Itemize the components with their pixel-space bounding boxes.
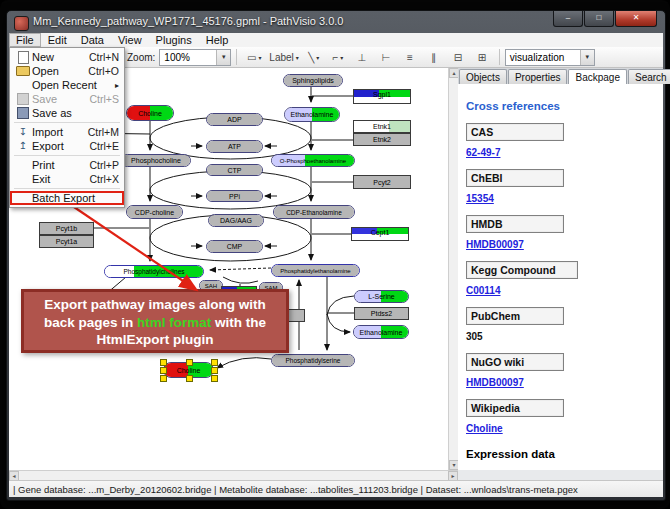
tab-backpage[interactable]: Backpage [568,69,626,85]
open-icon [16,66,30,76]
file-menu-item-open-recent[interactable]: Open Recent▸ [10,78,124,92]
titlebar[interactable]: Mm_Kennedy_pathway_WP1771_45176.gpml - P… [7,11,665,33]
zoom-combobox[interactable]: 100% ▾ [159,49,231,66]
pathway-node-o-phosphoethanolamine[interactable]: O-Phosphoethanolamine [271,154,355,167]
selection-handle[interactable] [160,359,167,366]
file-menu-item-open[interactable]: OpenCtrl+O [10,64,124,78]
xref-link[interactable]: 62-49-7 [466,147,655,158]
pathway-node-adp[interactable]: ADP [206,113,263,126]
selection-handle[interactable] [186,359,193,366]
pathway-node-ppi[interactable]: PPi [206,190,263,202]
menu-separator [14,155,120,156]
xref-link[interactable]: HMDB00097 [466,239,655,250]
pathway-node-ethanolamine[interactable]: Ethanolamine [284,107,340,122]
open-icon [14,66,32,76]
graphics-style-dropdown[interactable]: ▭▾ [242,48,266,67]
gene-node-etnk2[interactable]: Etnk2 [353,133,411,146]
menubar-item-plugins[interactable]: Plugins [149,33,199,47]
file-menu-item-new[interactable]: NewCtrl+N [10,50,124,64]
line-tool-dropdown[interactable]: ╲▾ [302,48,326,67]
common-width-button[interactable]: ⊟ [446,48,470,67]
file-menu-item-save[interactable]: SaveCtrl+S [10,92,124,106]
menubar-item-file[interactable]: File [9,33,41,47]
pathway-node-dag-aag[interactable]: DAG/AAG [208,214,264,227]
app-window: Mm_Kennedy_pathway_WP1771_45176.gpml - P… [6,10,666,501]
file-menu-item-batch-export[interactable]: Batch Export [10,191,124,205]
xref-link[interactable]: Choline [466,423,655,434]
tab-search[interactable]: Search [628,69,670,84]
gene-node-ptdss2[interactable]: Ptdss2 [354,307,409,320]
distribute-horizontal-button[interactable]: ≡ [398,48,422,67]
backpage-section-wikipedia: WikipediaCholine [466,399,655,434]
selection-handle[interactable] [160,375,167,382]
selection-handle[interactable] [211,359,218,366]
gene-node-etnk1[interactable]: Etnk1 [353,120,411,133]
pathway-node-cmp[interactable]: CMP [206,240,263,253]
pathway-node-ethanolamine[interactable]: Ethanolamine [353,325,409,339]
selection-handle[interactable] [186,375,193,382]
pathway-node-atp[interactable]: ATP [206,140,263,153]
import-icon: ↧ [19,127,27,137]
pathway-node-cdp-choline[interactable]: CDP-choline [126,205,183,219]
common-height-button-icon: ⊞ [478,52,486,63]
chevron-down-icon: ▾ [340,54,343,61]
label-dropdown[interactable]: Label▾ [266,48,301,67]
chevron-down-icon[interactable]: ▾ [216,50,230,65]
visualization-combobox[interactable]: visualization ▾ [505,49,595,66]
export-icon: ↥ [14,141,32,151]
file-menu-item-save-as[interactable]: Save as [10,106,124,120]
connector-tool-dropdown[interactable]: ⌐▾ [326,48,350,67]
gene-node-unlabeled[interactable] [288,309,305,322]
distribute-vertical-button[interactable]: ∥ [422,48,446,67]
minimize-button[interactable]: – [553,11,583,27]
file-menu-item-print[interactable]: PrintCtrl+P [10,158,124,172]
file-menu-item-import[interactable]: ↧ImportCtrl+M [10,125,124,139]
gene-node-cept1[interactable]: Cept1 [351,227,409,241]
sidebar-panel: ObjectsPropertiesBackpageSearchLegend Cr… [458,68,663,470]
menubar-item-edit[interactable]: Edit [41,33,74,47]
maximize-button[interactable]: □ [584,11,614,27]
file-menu-item-exit[interactable]: ExitCtrl+X [10,172,124,186]
pathway-node-cdp-ethanolamine[interactable]: CDP-Ethanolamine [273,205,355,219]
xref-link[interactable]: 15354 [466,193,655,204]
sidebar-tabs: ObjectsPropertiesBackpageSearchLegend [458,68,663,85]
selection-handle[interactable] [211,367,218,374]
expression-data-heading: Expression data [466,448,655,460]
canvas-vscrollbar[interactable]: ▴ ▾ [448,68,458,470]
selection-handle[interactable] [211,375,218,382]
align-middle-button[interactable]: ⊢ [374,48,398,67]
common-height-button[interactable]: ⊞ [470,48,494,67]
node-fill-row [289,310,304,321]
tab-objects[interactable]: Objects [459,69,507,84]
canvas-hscrollbar[interactable]: ◂ ▸ [9,470,458,480]
xref-link[interactable]: HMDB00097 [466,377,655,388]
align-center-button[interactable]: ⊥ [350,48,374,67]
pathway-node-phosphatidylethanolamine[interactable]: Phosphatidylethanolamine [271,264,360,277]
chevron-down-icon[interactable]: ▾ [580,50,594,65]
file-menu-item-export[interactable]: ↥ExportCtrl+E [10,139,124,153]
node-label: Sphingolipids [284,75,342,86]
gene-node-sgpl1[interactable]: Sgpl1 [353,89,411,104]
selection-handle[interactable] [160,367,167,374]
gene-node-pcyt2[interactable]: Pcyt2 [353,175,411,189]
pathway-node-l-serine[interactable]: L-Serine [354,290,409,303]
pathway-node-phosphocholine[interactable]: Phosphocholine [121,154,191,167]
gene-node-pcyt1b[interactable]: Pcyt1b [39,222,94,235]
save-icon [17,93,29,105]
tab-properties[interactable]: Properties [508,69,568,84]
pathway-node-ctp[interactable]: CTP [206,164,263,176]
pathway-node-choline[interactable]: Choline [126,105,174,121]
xref-link[interactable]: C00114 [466,285,655,296]
pathway-node-phosphatidylserine[interactable]: Phosphatidylserine [271,354,355,367]
node-label: Phosphatidylethanolamine [272,265,359,276]
gene-node-pcyt1a[interactable]: Pcyt1a [39,235,94,248]
close-button[interactable]: ✕ [615,11,657,27]
menubar-item-view[interactable]: View [111,33,149,47]
menubar-item-help[interactable]: Help [199,33,236,47]
menu-item-label: Save [32,93,57,105]
menu-item-shortcut: Ctrl+P [90,159,119,171]
pathway-node-phosphatidylcholines[interactable]: Phosphatidylcholines [104,265,204,278]
menubar-item-data[interactable]: Data [74,33,111,47]
menu-item-label: Batch Export [32,192,95,204]
pathway-node-sphingolipids[interactable]: Sphingolipids [283,74,343,87]
